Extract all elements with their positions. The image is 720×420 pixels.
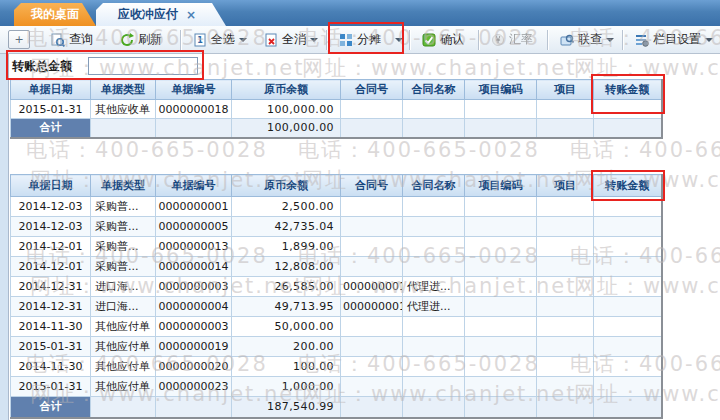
table-cell[interactable]: 2014-12-03 (11, 197, 91, 217)
table-cell[interactable] (537, 257, 594, 277)
table-cell[interactable] (341, 197, 403, 217)
clear-all-button[interactable]: 全消 (259, 29, 310, 50)
confirm-button[interactable]: 确认 (417, 29, 468, 50)
column-header-3[interactable]: 单据编号 (156, 175, 232, 197)
column-header-1[interactable]: 单据日期 (11, 80, 91, 100)
table-cell[interactable]: 代理进... (403, 297, 465, 317)
table-cell[interactable] (465, 197, 537, 217)
table-cell[interactable] (465, 357, 537, 377)
chevron-down-icon[interactable] (310, 38, 318, 46)
table-cell[interactable] (594, 100, 662, 119)
table-cell[interactable] (465, 100, 537, 119)
table-cell[interactable] (341, 337, 403, 357)
table-cell[interactable] (465, 297, 537, 317)
table-cell[interactable] (465, 317, 537, 337)
table-cell[interactable] (403, 377, 465, 397)
table-cell[interactable] (465, 277, 537, 297)
table-cell[interactable] (403, 357, 465, 377)
table-row[interactable]: 2014-12-03采购普...00000000012,500.00 (11, 197, 662, 217)
table-cell[interactable] (341, 237, 403, 257)
chevron-down-icon[interactable] (239, 38, 247, 46)
tab-my-desktop[interactable]: 我的桌面 (14, 3, 96, 26)
table-cell[interactable]: 0000000005 (156, 217, 232, 237)
linked-query-button[interactable]: 联查 (555, 29, 606, 50)
tab-ar-offset-ap[interactable]: 应收冲应付 × (96, 3, 226, 26)
table-cell[interactable]: 进口海... (91, 297, 156, 317)
table-cell[interactable]: 0000000023 (156, 377, 232, 397)
table-cell[interactable] (341, 377, 403, 397)
table-cell[interactable]: 0000000020 (156, 357, 232, 377)
table-cell[interactable]: 2014-12-01 (11, 237, 91, 257)
table-cell[interactable] (537, 197, 594, 217)
column-header-8[interactable]: 项目 (537, 175, 594, 197)
table-cell[interactable]: 0000000017 (341, 277, 403, 297)
table-cell[interactable] (537, 337, 594, 357)
column-header-7[interactable]: 项目编码 (465, 175, 537, 197)
table-row[interactable]: 2014-12-01采购普...00000000131,899.00 (11, 237, 662, 257)
table-cell[interactable]: 其他应收单 (91, 100, 156, 119)
table-cell[interactable]: 代理进... (403, 277, 465, 297)
table-cell[interactable]: 2014-12-31 (11, 297, 91, 317)
table-row[interactable]: 2015-01-31其他应付单00000000231,000.00 (11, 377, 662, 397)
table-row[interactable]: 2015-01-31其他应付单0000000019200.00 (11, 337, 662, 357)
table-cell[interactable] (465, 217, 537, 237)
select-all-button[interactable]: 1 全选 (188, 29, 239, 50)
refresh-button[interactable]: 刷新 (115, 29, 166, 50)
table-cell[interactable] (403, 237, 465, 257)
table-cell[interactable] (594, 217, 662, 237)
table-cell[interactable]: 2,500.00 (232, 197, 341, 217)
table-cell[interactable]: 2015-01-31 (11, 100, 91, 119)
table-cell[interactable] (403, 337, 465, 357)
table-row[interactable]: 2014-12-31进口海...000000000326,585.0000000… (11, 277, 662, 297)
table-cell[interactable]: 1,000.00 (232, 377, 341, 397)
table-cell[interactable]: 其他应付单 (91, 337, 156, 357)
table-row[interactable]: 2014-11-30其他应付单000000000350,000.00 (11, 317, 662, 337)
table-cell[interactable] (537, 377, 594, 397)
table-cell[interactable] (594, 317, 662, 337)
chevron-down-icon[interactable] (395, 38, 403, 46)
table-cell[interactable]: 0000000004 (156, 297, 232, 317)
table-cell[interactable] (594, 197, 662, 217)
table-row[interactable]: 2015-01-31其他应收单0000000018100,000.00 (11, 100, 662, 119)
column-header-7[interactable]: 项目编码 (465, 80, 537, 100)
table-cell[interactable] (341, 317, 403, 337)
table-cell[interactable] (537, 217, 594, 237)
table-cell[interactable]: 采购普... (91, 197, 156, 217)
column-header-6[interactable]: 合同名称 (403, 80, 465, 100)
table-cell[interactable]: 采购普... (91, 217, 156, 237)
table-cell[interactable]: 采购普... (91, 257, 156, 277)
table-row[interactable]: 2014-11-30其他应付单0000000020100.00 (11, 357, 662, 377)
table-cell[interactable] (341, 257, 403, 277)
table-cell[interactable]: 0000000003 (156, 317, 232, 337)
column-header-1[interactable]: 单据日期 (11, 175, 91, 197)
table-cell[interactable]: 2014-11-30 (11, 317, 91, 337)
table-cell[interactable]: 2014-11-30 (11, 357, 91, 377)
table-cell[interactable]: 12,808.00 (232, 257, 341, 277)
column-header-5[interactable]: 合同号 (341, 175, 403, 197)
table-cell[interactable]: 2015-01-31 (11, 337, 91, 357)
table-cell[interactable]: 0000000013 (156, 237, 232, 257)
table-cell[interactable] (537, 237, 594, 257)
table-cell[interactable] (594, 237, 662, 257)
table-row[interactable]: 2014-12-01采购普...000000001412,808.00 (11, 257, 662, 277)
table-cell[interactable] (594, 277, 662, 297)
table-cell[interactable] (537, 317, 594, 337)
table-cell[interactable]: 49,713.95 (232, 297, 341, 317)
table-cell[interactable] (537, 277, 594, 297)
table-row[interactable]: 2014-12-03采购普...000000000542,735.04 (11, 217, 662, 237)
table-cell[interactable]: 26,585.00 (232, 277, 341, 297)
table-cell[interactable]: 1,899.00 (232, 237, 341, 257)
table-cell[interactable] (403, 197, 465, 217)
table-cell[interactable]: 100,000.00 (232, 100, 341, 119)
column-header-9[interactable]: 转账金额 (594, 80, 662, 100)
column-header-4[interactable]: 原币余额 (232, 175, 341, 197)
column-header-2[interactable]: 单据类型 (91, 175, 156, 197)
table-cell[interactable]: 其他应付单 (91, 377, 156, 397)
table-cell[interactable] (465, 237, 537, 257)
table-cell[interactable]: 100.00 (232, 357, 341, 377)
table-cell[interactable]: 进口海... (91, 277, 156, 297)
column-header-6[interactable]: 合同名称 (403, 175, 465, 197)
table-cell[interactable] (403, 317, 465, 337)
table-cell[interactable]: 50,000.00 (232, 317, 341, 337)
column-header-5[interactable]: 合同号 (341, 80, 403, 100)
